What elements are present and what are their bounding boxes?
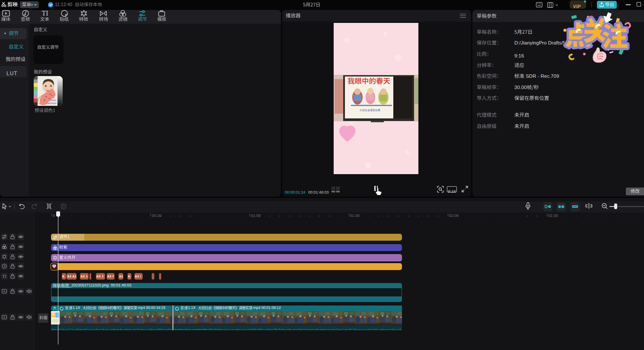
svg-text:TI: TI xyxy=(41,10,48,17)
svg-text:TI: TI xyxy=(2,274,6,279)
